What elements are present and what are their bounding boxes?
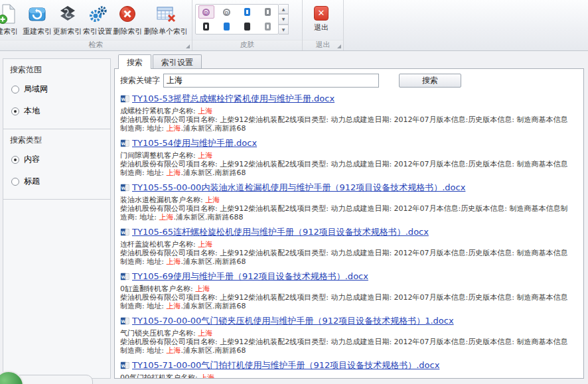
search-bar: 搜索关键字 搜索 — [120, 74, 578, 88]
skin-swatch-icon — [244, 8, 250, 16]
svg-text:W: W — [121, 319, 125, 324]
skin-option-1[interactable]: D — [198, 5, 214, 19]
exit-x-icon: ✕ — [314, 6, 329, 21]
result-snippet: 0缸盖翻转机客户名称: 上海 柴油机股份有限公司项目名称: 上柴912柴油机装配… — [120, 285, 578, 310]
gears-icon — [87, 3, 108, 25]
search-button[interactable]: 搜索 — [399, 74, 461, 88]
result-link[interactable]: TY105-70-00-00气门锁夹压机使用与维护手册（912项目设备技术规格书… — [132, 315, 454, 327]
search-keyword-label: 搜索关键字 — [120, 75, 160, 86]
create-index-button[interactable]: 建索引 — [0, 1, 22, 36]
search-scope-group: 搜索范围 局域网 本地 — [3, 59, 110, 129]
highlight-keyword: 上海 — [205, 196, 220, 204]
result-snippet: 门间隙调整机客户名称: 上海 柴油机股份有限公司项目名称: 上柴912柴油机装配… — [120, 151, 578, 177]
update-index-button[interactable]: 更新索引 — [52, 1, 82, 36]
tab-search[interactable]: 搜索 — [118, 54, 151, 69]
balloon-bubble — [13, 375, 93, 384]
create-index-label: 建索引 — [0, 27, 18, 36]
result-snippet: 连杆盖旋松机客户名称: 上海 柴油机股份有限公司项目名称: 上柴912柴油机装配… — [120, 240, 578, 266]
update-index-label: 更新索引 — [53, 27, 82, 36]
update-layers-icon — [57, 3, 78, 25]
word-doc-icon: W — [120, 361, 129, 370]
result-item: W TY105-65连杆螺栓旋松机使用与维护手册（912项目设备技术规格书）.d… — [120, 226, 578, 266]
gallery-scroll-down-icon[interactable]: ▼ — [279, 14, 289, 24]
skin-swatch-icon — [224, 23, 230, 31]
word-doc-icon: W — [120, 227, 129, 237]
delete-single-index-button[interactable]: 删除单个索引 — [143, 1, 189, 36]
search-keyword-input[interactable] — [163, 74, 379, 88]
radio-title-label: 标题 — [24, 176, 40, 187]
highlight-keyword: 上海 — [159, 213, 173, 222]
index-settings-button[interactable]: 索引设置 — [82, 1, 112, 36]
search-results-panel: 搜索关键字 搜索 W TY105-53摇臂总成螺栓拧紧机使用与维护手册.docx… — [114, 68, 584, 379]
word-doc-icon: W — [120, 139, 129, 148]
radio-lan[interactable]: 局域网 — [11, 84, 102, 95]
highlight-keyword: 上海 — [198, 107, 212, 115]
radio-circle-icon[interactable] — [11, 178, 19, 186]
radio-circle-icon[interactable] — [11, 86, 19, 94]
skin-option-3[interactable] — [240, 5, 256, 19]
rebuild-drive-icon — [27, 3, 48, 25]
exit-button[interactable]: ✕ 退出 — [305, 1, 337, 32]
skin-gallery-box: D D — [195, 4, 279, 34]
delete-single-index-label: 删除单个索引 — [144, 27, 188, 36]
rebuild-index-label: 重建索引 — [23, 27, 52, 36]
radio-content[interactable]: 内容 — [11, 154, 102, 165]
rebuild-index-button[interactable]: 重建索引 — [22, 1, 52, 36]
highlight-keyword: 上海 — [166, 302, 181, 310]
exit-label: 退出 — [314, 23, 329, 32]
skin-option-4[interactable] — [260, 5, 276, 19]
result-item: W TY105-54使用与维护手册.docx 门间隙调整机客户名称: 上海 柴油… — [120, 137, 578, 177]
skin-swatch-icon — [265, 8, 271, 16]
highlight-keyword: 上海 — [166, 124, 181, 133]
ribbon-toolbar: 建索引 重建索引 更新索引 — [0, 0, 588, 51]
search-type-group: 搜索类型 内容 标题 — [3, 129, 110, 200]
skin-option-6[interactable] — [219, 20, 235, 33]
highlight-keyword: 上海 — [200, 373, 214, 379]
word-doc-icon: W — [120, 94, 129, 103]
svg-text:W: W — [121, 97, 125, 101]
result-link[interactable]: TY105-65连杆螺栓旋松机使用与维护手册（912项目设备技术规格书）.doc… — [132, 226, 429, 238]
word-doc-icon: W — [120, 316, 129, 326]
radio-circle-icon[interactable] — [11, 107, 19, 115]
svg-text:W: W — [121, 141, 125, 146]
highlight-keyword: 上海 — [166, 257, 181, 266]
tab-index-settings[interactable]: 索引设置 — [153, 54, 202, 68]
result-link[interactable]: TY105-71-00-00气门拍打机使用与维护手册（912项目设备技术规格书）… — [132, 359, 439, 371]
highlight-keyword: 上海 — [166, 346, 181, 355]
result-link[interactable]: TY105-69使用与维护手册（912项目设备技术规格书）.docx — [132, 271, 368, 283]
result-snippet: 成螺栓拧紧机客户名称: 上海 柴油机股份有限公司项目名称: 上柴912柴油机装配… — [120, 107, 578, 133]
skin-group-caption: 皮肤 — [192, 40, 302, 50]
result-link[interactable]: TY105-53摇臂总成螺栓拧紧机使用与维护手册.docx — [132, 93, 334, 105]
highlight-keyword: 上海 — [166, 168, 181, 177]
word-doc-icon: W — [120, 183, 129, 192]
radio-circle-icon[interactable] — [11, 156, 19, 164]
ribbon-group-index: 建索引 重建索引 更新索引 — [0, 0, 192, 50]
red-x-circle-icon — [117, 3, 138, 25]
skin-swatch-icon — [244, 23, 250, 31]
table-delete-icon — [155, 3, 177, 25]
svg-text:W: W — [121, 275, 125, 279]
skin-option-8[interactable] — [260, 20, 276, 33]
dialog-launcher-icon[interactable] — [186, 44, 190, 48]
skin-option-7[interactable] — [240, 20, 256, 33]
radio-local-label: 本地 — [24, 105, 40, 117]
radio-local[interactable]: 本地 — [11, 105, 102, 117]
word-doc-icon: W — [120, 272, 129, 281]
gallery-dropdown-icon[interactable]: ▼ — [279, 25, 289, 34]
svg-text:W: W — [121, 230, 125, 235]
delete-index-button[interactable]: 删除索引 — [113, 1, 143, 36]
radio-title[interactable]: 标题 — [11, 176, 102, 187]
result-link[interactable]: TY105-54使用与维护手册.docx — [132, 137, 257, 149]
result-link[interactable]: TY105-55-00-00内装油水道检漏机使用与维护手册（912项目设备技术规… — [132, 182, 465, 194]
delete-index-label: 删除索引 — [113, 27, 142, 36]
gallery-scroll-up-icon[interactable]: ▲ — [279, 4, 289, 14]
skin-option-2[interactable]: D — [219, 5, 235, 19]
result-snippet: 00气门拍打机客户名称: 上海 柴油机股份有限公司项目名称: 上柴912柴油机装… — [120, 373, 578, 379]
skin-gallery: D D ▲ ▼ ▼ — [195, 4, 289, 34]
result-item: W TY105-71-00-00气门拍打机使用与维护手册（912项目设备技术规格… — [120, 359, 578, 379]
dialog-launcher-icon[interactable] — [337, 44, 341, 48]
highlight-keyword: 上海 — [195, 285, 210, 293]
skin-option-5[interactable] — [198, 20, 214, 33]
gallery-scroll: ▲ ▼ ▼ — [279, 4, 289, 34]
result-item: W TY105-55-00-00内装油水道检漏机使用与维护手册（912项目设备技… — [120, 182, 578, 222]
